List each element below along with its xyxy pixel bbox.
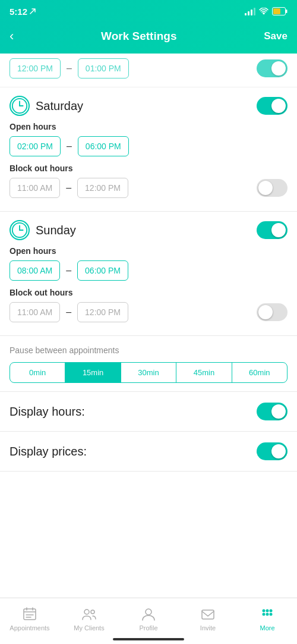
- partial-toggle-knob: [271, 61, 286, 76]
- svg-point-17: [146, 609, 151, 615]
- appointments-icon: [22, 607, 37, 622]
- nav-label-appointments: Appointments: [10, 624, 49, 632]
- display-prices-row: Display prices:: [0, 432, 297, 472]
- nav-label-more: More: [260, 624, 274, 632]
- display-hours-toggle-knob: [271, 404, 286, 419]
- saturday-block-label: Block out hours: [10, 164, 287, 173]
- status-icons: [245, 7, 287, 15]
- saturday-open-dash: –: [67, 141, 72, 152]
- profile-icon: [141, 607, 156, 622]
- partial-end-time[interactable]: 01:00 PM: [78, 58, 129, 78]
- clock-svg-saturday: [11, 96, 29, 115]
- nav-item-my-clients[interactable]: My Clients: [59, 598, 119, 639]
- svg-rect-1: [286, 10, 287, 13]
- svg-point-21: [270, 609, 273, 612]
- nav-item-profile[interactable]: Profile: [119, 598, 178, 639]
- save-button[interactable]: Save: [264, 30, 287, 42]
- back-button[interactable]: ‹: [10, 29, 14, 44]
- svg-rect-2: [273, 8, 280, 14]
- sunday-block-start[interactable]: 11:00 AM: [10, 302, 60, 322]
- saturday-block-toggle-knob: [258, 181, 273, 195]
- svg-point-15: [84, 610, 89, 614]
- sunday-block-toggle[interactable]: [257, 303, 287, 321]
- svg-point-23: [266, 612, 269, 615]
- saturday-block-end[interactable]: 12:00 PM: [77, 178, 128, 198]
- sunday-header-left: Sunday: [10, 220, 76, 240]
- sunday-toggle-knob: [271, 223, 286, 237]
- nav-item-appointments[interactable]: Appointments: [0, 598, 59, 639]
- saturday-header: Saturday: [10, 96, 287, 116]
- sunday-header: Sunday: [10, 220, 287, 240]
- saturday-block-start[interactable]: 11:00 AM: [10, 178, 60, 198]
- sunday-block-end[interactable]: 12:00 PM: [77, 302, 128, 322]
- svg-point-20: [266, 609, 269, 612]
- pause-section: Pause between appointments 0min 15min 30…: [0, 336, 297, 392]
- sunday-open-hours-label: Open hours: [10, 246, 287, 256]
- nav-label-invite: Invite: [200, 624, 216, 632]
- sunday-toggle[interactable]: [257, 221, 287, 239]
- home-indicator: [0, 637, 297, 644]
- pause-buttons: 0min 15min 30min 45min 60min: [10, 362, 287, 383]
- status-time: 5:12: [10, 7, 36, 17]
- svg-rect-18: [202, 610, 214, 619]
- saturday-clock-icon: [10, 96, 30, 116]
- pause-btn-60min[interactable]: 60min: [232, 363, 287, 382]
- sunday-open-hours-row: 08:00 AM – 06:00 PM: [10, 260, 287, 281]
- partial-toggle[interactable]: [257, 59, 287, 77]
- nav-item-invite[interactable]: Invite: [178, 598, 238, 639]
- display-hours-toggle[interactable]: [257, 403, 287, 420]
- saturday-header-left: Saturday: [10, 96, 83, 116]
- saturday-block-dash: –: [66, 183, 71, 193]
- nav-label-my-clients: My Clients: [74, 624, 104, 632]
- display-hours-label: Display hours:: [10, 405, 85, 419]
- pause-btn-0min[interactable]: 0min: [10, 363, 65, 382]
- sunday-section: Sunday Open hours 08:00 AM – 06:00 PM Bl…: [0, 212, 297, 336]
- saturday-open-end[interactable]: 06:00 PM: [78, 136, 129, 156]
- sunday-block-dash: –: [66, 307, 71, 318]
- partial-start-time[interactable]: 12:00 PM: [10, 58, 61, 78]
- pause-btn-15min[interactable]: 15min: [65, 363, 121, 382]
- more-icon: [260, 607, 275, 622]
- display-hours-row: Display hours:: [0, 392, 297, 432]
- nav-label-profile: Profile: [139, 624, 157, 632]
- invite-icon: [200, 607, 216, 622]
- display-prices-toggle[interactable]: [257, 442, 287, 460]
- my-clients-icon: [81, 607, 97, 622]
- partial-top-section: 12:00 PM – 01:00 PM: [0, 54, 297, 87]
- partial-times: 12:00 PM – 01:00 PM: [10, 58, 129, 78]
- sunday-open-start[interactable]: 08:00 AM: [10, 260, 60, 281]
- sunday-open-end[interactable]: 06:00 PM: [77, 260, 128, 281]
- svg-point-24: [270, 612, 273, 615]
- pause-btn-45min[interactable]: 45min: [176, 363, 232, 382]
- wifi-icon: [259, 8, 268, 15]
- svg-point-19: [263, 609, 266, 612]
- pause-btn-30min[interactable]: 30min: [121, 363, 176, 382]
- saturday-open-start[interactable]: 02:00 PM: [10, 136, 61, 156]
- sunday-open-dash: –: [66, 265, 71, 276]
- svg-rect-9: [24, 609, 36, 620]
- battery-icon: [272, 7, 287, 15]
- saturday-open-hours-label: Open hours: [10, 122, 287, 131]
- sunday-block-label: Block out hours: [10, 288, 287, 297]
- display-prices-label: Display prices:: [10, 445, 87, 458]
- partial-dash: –: [67, 63, 72, 74]
- main-content: 12:00 PM – 01:00 PM Saturday: [0, 54, 297, 524]
- sunday-block-toggle-knob: [258, 305, 273, 319]
- saturday-toggle[interactable]: [257, 97, 287, 115]
- time-display: 5:12: [10, 7, 27, 17]
- display-prices-toggle-knob: [271, 444, 286, 458]
- clock-svg-sunday: [11, 221, 29, 240]
- pause-label: Pause between appointments: [10, 345, 287, 355]
- saturday-open-hours-row: 02:00 PM – 06:00 PM: [10, 136, 287, 156]
- signal-icon: [245, 7, 255, 15]
- saturday-name: Saturday: [36, 99, 83, 113]
- nav-item-more[interactable]: More: [238, 598, 297, 639]
- status-bar: 5:12: [0, 0, 297, 21]
- sunday-block-row: 11:00 AM – 12:00 PM: [10, 302, 287, 322]
- home-bar: [113, 638, 184, 640]
- page-title: Work Settings: [101, 30, 176, 43]
- saturday-block-toggle[interactable]: [257, 179, 287, 197]
- saturday-toggle-knob: [271, 99, 286, 113]
- sunday-clock-icon: [10, 220, 30, 240]
- svg-point-16: [91, 610, 94, 614]
